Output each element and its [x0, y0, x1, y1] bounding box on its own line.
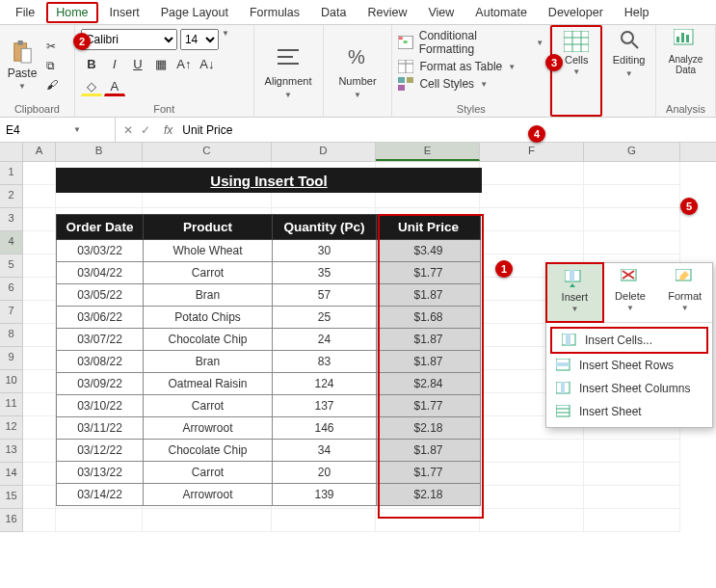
table-cell[interactable]: 146 — [273, 417, 377, 440]
cancel-icon[interactable]: ✕ — [123, 123, 133, 137]
cell[interactable] — [23, 162, 56, 185]
row-header-16[interactable]: 16 — [0, 509, 23, 532]
cell[interactable] — [23, 440, 56, 463]
row-header-8[interactable]: 8 — [0, 324, 23, 347]
cell[interactable] — [23, 347, 56, 370]
tab-automate[interactable]: Automate — [465, 2, 537, 23]
cell[interactable] — [23, 278, 56, 301]
cell[interactable] — [23, 463, 56, 486]
cell[interactable] — [584, 185, 680, 208]
menu-insert-sheet-columns[interactable]: Insert Sheet Columns — [546, 377, 712, 400]
table-cell[interactable]: $2.18 — [377, 417, 481, 440]
cell[interactable] — [23, 486, 56, 509]
analyze-icon[interactable] — [674, 29, 699, 50]
row-header-12[interactable]: 12 — [0, 416, 23, 440]
row-header-10[interactable]: 10 — [0, 370, 23, 393]
table-header[interactable]: Quantity (Pc) — [273, 215, 377, 240]
row-header-4[interactable]: 4 — [0, 231, 23, 254]
table-cell[interactable]: Arrowroot — [144, 484, 273, 506]
table-cell[interactable]: 03/06/22 — [57, 307, 144, 329]
table-cell[interactable]: 03/04/22 — [57, 262, 144, 284]
alignment-icon[interactable] — [274, 42, 303, 71]
format-painter-icon[interactable]: 🖌 — [46, 78, 58, 92]
cell[interactable] — [272, 509, 376, 532]
name-box[interactable]: ▼ — [0, 118, 116, 142]
cell[interactable] — [23, 254, 56, 278]
table-cell[interactable]: 83 — [273, 351, 377, 373]
table-cell[interactable]: Carrot — [144, 462, 273, 484]
percent-icon[interactable]: % — [343, 42, 372, 71]
font-name-select[interactable]: Calibri — [81, 29, 177, 50]
font-size-select[interactable]: 14 — [180, 29, 219, 50]
row-header-13[interactable]: 13 — [0, 440, 23, 463]
cell[interactable] — [23, 416, 56, 440]
row-header-11[interactable]: 11 — [0, 393, 23, 416]
table-cell[interactable]: $1.68 — [377, 307, 481, 329]
cell[interactable] — [23, 370, 56, 393]
cell[interactable] — [480, 231, 584, 254]
table-header[interactable]: Unit Price — [377, 215, 481, 240]
table-header[interactable]: Order Date — [57, 215, 144, 240]
tab-help[interactable]: Help — [615, 2, 659, 23]
select-all-corner[interactable] — [0, 143, 23, 161]
cell[interactable] — [23, 185, 56, 208]
name-box-input[interactable] — [6, 123, 73, 137]
table-cell[interactable]: $2.84 — [377, 373, 481, 395]
row-header-1[interactable]: 1 — [0, 162, 23, 185]
table-cell[interactable]: Bran — [144, 351, 273, 373]
tab-developer[interactable]: Developer — [539, 2, 613, 23]
table-cell[interactable]: Carrot — [144, 395, 273, 417]
table-cell[interactable]: 30 — [273, 240, 377, 262]
find-icon[interactable] — [619, 29, 640, 50]
delete-dropdown-button[interactable]: Delete▼ — [603, 263, 658, 322]
format-as-table-button[interactable]: Format as Table▼ — [398, 60, 544, 73]
row-header-3[interactable]: 3 — [0, 208, 23, 231]
table-cell[interactable]: 57 — [273, 284, 377, 307]
font-color-button[interactable]: A — [104, 77, 125, 96]
table-cell[interactable]: 03/03/22 — [57, 240, 144, 262]
insert-dropdown-button[interactable]: Insert▼ — [545, 262, 604, 323]
table-cell[interactable]: Whole Wheat — [144, 240, 273, 262]
table-cell[interactable]: 03/05/22 — [57, 284, 144, 307]
cell[interactable] — [23, 208, 56, 231]
row-header-5[interactable]: 5 — [0, 254, 23, 278]
table-cell[interactable]: 03/12/22 — [57, 440, 144, 462]
cell[interactable] — [584, 162, 680, 185]
row-header-6[interactable]: 6 — [0, 278, 23, 301]
table-cell[interactable]: 03/11/22 — [57, 417, 144, 440]
table-cell[interactable]: Carrot — [144, 262, 273, 284]
tab-data[interactable]: Data — [311, 2, 356, 23]
cell[interactable] — [480, 208, 584, 231]
col-header-G[interactable]: G — [584, 143, 680, 161]
tab-insert[interactable]: Insert — [100, 2, 149, 23]
cell[interactable] — [584, 208, 680, 231]
cell[interactable] — [584, 486, 680, 509]
cell[interactable] — [584, 231, 680, 254]
cell[interactable] — [584, 509, 680, 532]
col-header-F[interactable]: F — [480, 143, 584, 161]
cell[interactable] — [480, 509, 584, 532]
formula-input[interactable] — [178, 123, 716, 137]
format-dropdown-button[interactable]: Format▼ — [657, 263, 712, 322]
tab-review[interactable]: Review — [358, 2, 416, 23]
table-cell[interactable]: 03/13/22 — [57, 462, 144, 484]
row-header-7[interactable]: 7 — [0, 301, 23, 324]
col-header-C[interactable]: C — [143, 143, 272, 161]
cell[interactable] — [56, 509, 143, 532]
cell[interactable] — [584, 463, 680, 486]
table-cell[interactable]: Potato Chips — [144, 307, 273, 329]
col-header-E[interactable]: E — [376, 143, 480, 161]
cell-styles-button[interactable]: Cell Styles▼ — [398, 77, 544, 91]
decrease-font-button[interactable]: A↓ — [197, 54, 218, 73]
conditional-formatting-button[interactable]: Conditional Formatting▼ — [398, 29, 544, 56]
table-cell[interactable]: $1.77 — [377, 262, 481, 284]
table-cell[interactable]: 24 — [273, 329, 377, 351]
col-header-B[interactable]: B — [56, 143, 143, 161]
cell[interactable] — [143, 509, 272, 532]
row-header-14[interactable]: 14 — [0, 463, 23, 486]
cell[interactable] — [584, 440, 680, 463]
table-cell[interactable]: 34 — [273, 440, 377, 462]
table-cell[interactable]: 03/14/22 — [57, 484, 144, 506]
underline-button[interactable]: U — [127, 54, 148, 73]
table-cell[interactable]: Bran — [144, 284, 273, 307]
